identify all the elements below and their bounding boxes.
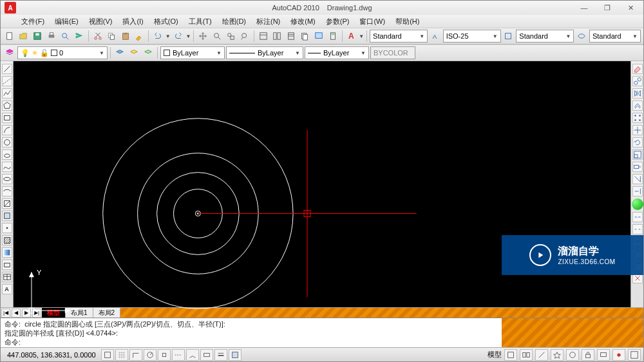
gradient-icon[interactable]: [2, 247, 12, 258]
status-hardware-icon[interactable]: [597, 349, 610, 361]
otrack-toggle-icon[interactable]: [172, 349, 185, 361]
extend-icon[interactable]: [632, 186, 643, 196]
layer-manager-icon[interactable]: [3, 46, 16, 59]
preview-icon[interactable]: [59, 30, 72, 43]
mirror-icon[interactable]: [632, 88, 643, 99]
zoom-prev-icon[interactable]: [238, 30, 251, 43]
menu-param[interactable]: 参数(P): [321, 15, 355, 28]
status-isolate-icon[interactable]: [612, 349, 625, 361]
menu-dim[interactable]: 标注(N): [251, 15, 285, 28]
calc-icon[interactable]: [327, 30, 339, 43]
redo-dropdown-icon[interactable]: ▼: [185, 33, 191, 39]
layer-dropdown[interactable]: 💡 ☀ 🔓 0 ▼: [17, 46, 108, 59]
status-lock-icon[interactable]: [582, 349, 594, 361]
menu-draw[interactable]: 绘图(D): [217, 15, 251, 28]
break-point-icon[interactable]: [632, 212, 643, 222]
minimize-button[interactable]: —: [576, 3, 592, 12]
rotate-icon[interactable]: [632, 137, 643, 148]
layer-states-icon[interactable]: [128, 46, 140, 59]
menu-format[interactable]: 格式(O): [149, 15, 184, 28]
trim-icon[interactable]: [632, 174, 643, 184]
tablestyle-btn-icon[interactable]: [575, 30, 588, 43]
linetype-dropdown[interactable]: ByLayer ▼: [226, 46, 303, 59]
dyn-toggle-icon[interactable]: [200, 349, 213, 361]
offset-icon[interactable]: [632, 100, 643, 111]
properties-icon[interactable]: [257, 30, 270, 43]
ducs-toggle-icon[interactable]: [186, 349, 199, 361]
paste-icon[interactable]: [119, 30, 132, 43]
pan-icon[interactable]: [196, 30, 209, 43]
publish-icon[interactable]: [73, 30, 86, 43]
command-window[interactable]: 命令: circle 指定圆的圆心或 [三点(3P)/两点(2P)/切点、切点、…: [1, 318, 643, 347]
erase-icon[interactable]: [632, 64, 643, 74]
status-ws-icon[interactable]: [566, 349, 579, 361]
dimstyle-btn-icon[interactable]: [502, 30, 515, 43]
menu-modify[interactable]: 修改(M): [285, 15, 321, 28]
arc-icon[interactable]: [2, 125, 12, 135]
matchprop-icon[interactable]: [133, 30, 146, 43]
plotstyle-dropdown[interactable]: BYCOLOR: [370, 46, 415, 59]
markup-icon[interactable]: [312, 30, 325, 43]
zoom-realtime-icon[interactable]: [211, 30, 223, 43]
osnap-toggle-icon[interactable]: [158, 349, 171, 361]
array-icon[interactable]: [632, 113, 643, 123]
open-icon[interactable]: [17, 30, 30, 43]
status-clean-icon[interactable]: [628, 349, 641, 361]
menu-view[interactable]: 视图(V): [84, 15, 118, 28]
menu-edit[interactable]: 编辑(E): [50, 15, 84, 28]
textstyle-dropdown[interactable]: Standard▼: [370, 30, 428, 43]
ellipse-arc-icon[interactable]: [2, 186, 12, 196]
layer-prev-icon[interactable]: [113, 46, 126, 59]
cut-icon[interactable]: [91, 30, 104, 43]
stretch-icon[interactable]: [632, 162, 643, 172]
tab-nav-first[interactable]: |◀: [1, 309, 10, 318]
scale-icon[interactable]: [632, 149, 643, 160]
undo-icon[interactable]: [151, 30, 164, 43]
status-annoscale-icon[interactable]: [535, 349, 548, 361]
snap-toggle-icon[interactable]: [101, 349, 114, 361]
help-dropdown-icon[interactable]: ▼: [359, 33, 364, 39]
tablestyle-dropdown[interactable]: Standard▼: [516, 30, 574, 43]
hatch-icon[interactable]: [2, 235, 12, 245]
status-model-icon[interactable]: [504, 349, 517, 361]
dimstyle-dropdown[interactable]: ISO-25▼: [443, 30, 501, 43]
break-icon[interactable]: [632, 224, 643, 234]
circle-icon[interactable]: [2, 137, 12, 148]
maximize-button[interactable]: ❐: [600, 3, 615, 12]
make-block-icon[interactable]: [2, 211, 12, 221]
undo-dropdown-icon[interactable]: ▼: [166, 33, 171, 39]
menu-file[interactable]: 文件(F): [16, 15, 50, 28]
status-annovis-icon[interactable]: [551, 349, 564, 361]
help-icon[interactable]: A: [345, 30, 358, 43]
region-icon[interactable]: [2, 260, 12, 270]
mtext-icon[interactable]: A: [2, 284, 12, 294]
menu-window[interactable]: 窗口(W): [354, 15, 390, 28]
spline-icon[interactable]: [2, 162, 12, 172]
construction-line-icon[interactable]: [2, 76, 12, 86]
revcloud-icon[interactable]: [2, 149, 12, 160]
save-icon[interactable]: [31, 30, 44, 43]
polar-toggle-icon[interactable]: [144, 349, 156, 361]
layer-iso-icon[interactable]: [142, 46, 155, 59]
rectangle-icon[interactable]: [2, 113, 12, 123]
new-icon[interactable]: [3, 30, 16, 43]
close-button[interactable]: ✕: [623, 3, 638, 12]
space-label[interactable]: 模型: [488, 350, 502, 359]
lineweight-dropdown[interactable]: ByLayer ▼: [305, 46, 369, 59]
copy-icon[interactable]: [105, 30, 118, 43]
insert-block-icon[interactable]: [2, 198, 12, 209]
sheetset-icon[interactable]: [299, 30, 312, 43]
line-icon[interactable]: [2, 64, 12, 74]
color-dropdown[interactable]: ByLayer ▼: [160, 46, 225, 59]
toolpalettes-icon[interactable]: [285, 30, 298, 43]
lwt-toggle-icon[interactable]: [214, 349, 227, 361]
polyline-icon[interactable]: [2, 88, 12, 99]
redo-icon[interactable]: [172, 30, 185, 43]
qp-toggle-icon[interactable]: [229, 349, 242, 361]
copy-obj-icon[interactable]: [632, 76, 643, 86]
nav-wheel-icon[interactable]: [632, 198, 643, 210]
point-icon[interactable]: [2, 223, 12, 233]
status-quickview-icon[interactable]: [520, 349, 533, 361]
zoom-window-icon[interactable]: [225, 30, 238, 43]
grid-toggle-icon[interactable]: [115, 349, 128, 361]
